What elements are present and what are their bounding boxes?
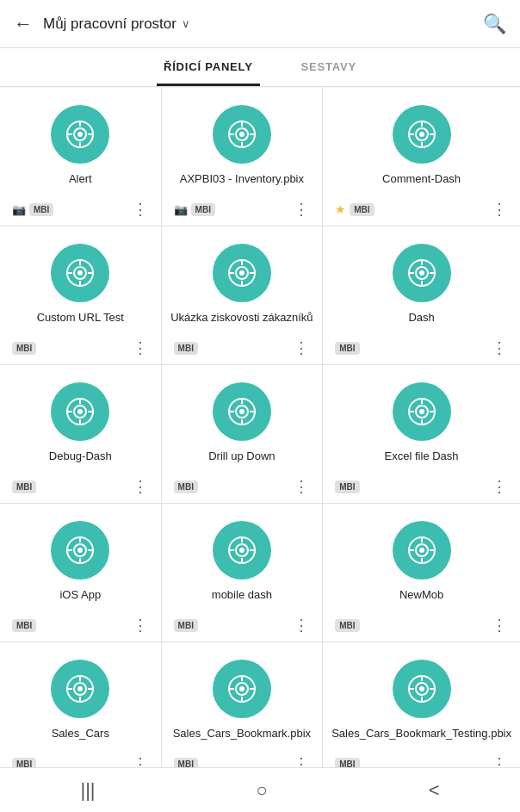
list-item[interactable]: Comment-Dash★MBI⋮ <box>323 88 520 226</box>
list-item[interactable]: Drill up DownMBI⋮ <box>162 365 323 503</box>
more-options-button[interactable]: ⋮ <box>133 340 149 356</box>
svg-point-76 <box>239 548 245 553</box>
dashboard-icon <box>51 105 109 164</box>
card-footer: MBI⋮ <box>170 340 314 356</box>
card-footer-left: MBI <box>335 619 359 632</box>
card-title: NewMob <box>399 588 443 604</box>
card-title: iOS App <box>59 588 101 604</box>
menu-icon[interactable]: ||| <box>80 779 95 802</box>
svg-point-34 <box>239 270 245 276</box>
list-item[interactable]: Excel file DashMBI⋮ <box>323 365 520 503</box>
svg-point-90 <box>77 686 83 691</box>
list-item[interactable]: DashMBI⋮ <box>323 226 520 364</box>
mbi-badge: MBI <box>335 480 359 493</box>
card-footer-left: MBI <box>335 342 359 355</box>
card-footer: ★MBI⋮ <box>331 201 511 217</box>
search-button[interactable]: 🔍 <box>483 13 506 35</box>
card-title: Custom URL Test <box>37 311 124 326</box>
card-title: Debug-Dash <box>49 449 112 465</box>
mbi-badge: MBI <box>12 619 36 632</box>
mbi-badge: MBI <box>350 203 374 216</box>
title-text: Můj pracovní prostor <box>43 15 176 33</box>
card-footer: MBI⋮ <box>9 479 152 494</box>
dashboard-icon <box>213 382 271 441</box>
mbi-badge: MBI <box>12 480 36 493</box>
card-footer-left: ★MBI <box>335 202 374 216</box>
list-item[interactable]: NewMobMBI⋮ <box>323 504 520 642</box>
more-options-button[interactable]: ⋮ <box>492 201 508 217</box>
card-footer: MBI⋮ <box>9 617 152 633</box>
back-button[interactable]: ← <box>14 13 33 35</box>
card-footer: MBI⋮ <box>170 479 314 494</box>
mbi-badge: MBI <box>12 342 36 355</box>
card-footer-left: MBI <box>174 480 198 493</box>
card-footer-left: MBI <box>12 342 36 355</box>
dashboard-icon <box>213 521 271 580</box>
more-options-button[interactable]: ⋮ <box>133 479 149 494</box>
home-icon[interactable]: ○ <box>256 779 267 802</box>
more-options-button[interactable]: ⋮ <box>492 340 508 356</box>
svg-point-20 <box>419 132 424 137</box>
chevron-down-icon[interactable]: ∨ <box>182 17 190 30</box>
dashboard-icon <box>393 660 451 718</box>
svg-point-27 <box>77 270 83 276</box>
list-item[interactable]: mobile dashMBI⋮ <box>162 504 323 642</box>
more-options-button[interactable]: ⋮ <box>294 340 310 356</box>
more-options-button[interactable]: ⋮ <box>492 479 508 494</box>
more-options-button[interactable]: ⋮ <box>294 617 310 633</box>
shared-icon: 📷 <box>12 203 26 216</box>
dashboard-icon <box>393 244 451 302</box>
card-title: Excel file Dash <box>385 449 459 465</box>
card-title: Sales_Cars <box>52 727 109 742</box>
card-title: Sales_Cars_Bookmark.pbix <box>173 727 311 742</box>
list-item[interactable]: Custom URL TestMBI⋮ <box>0 226 161 364</box>
card-footer-left: 📷MBI <box>174 203 215 216</box>
card-footer: MBI⋮ <box>331 617 511 633</box>
dashboard-icon <box>51 382 109 441</box>
svg-point-62 <box>419 409 424 414</box>
dashboard-icon <box>213 105 271 164</box>
dashboard-icon <box>393 382 451 441</box>
bottom-nav: ||| ○ < <box>0 767 520 812</box>
more-options-button[interactable]: ⋮ <box>133 201 149 217</box>
card-footer-left: MBI <box>174 342 198 355</box>
cards-grid: Alert📷MBI⋮ AXPBI03 - Inventory.pbix📷MBI⋮… <box>0 88 520 780</box>
dashboard-icon <box>51 660 109 718</box>
svg-point-48 <box>77 409 83 414</box>
svg-point-83 <box>419 548 424 553</box>
svg-point-6 <box>77 132 83 137</box>
more-options-button[interactable]: ⋮ <box>294 201 310 217</box>
more-options-button[interactable]: ⋮ <box>133 617 149 633</box>
list-item[interactable]: Sales_Cars_Bookmark_Testing.pbixMBI⋮ <box>323 642 520 780</box>
card-title: Drill up Down <box>208 449 275 465</box>
tab-dashboards[interactable]: ŘÍDICÍ PANELY <box>157 48 260 86</box>
more-options-button[interactable]: ⋮ <box>492 617 508 633</box>
list-item[interactable]: Ukázka ziskovosti zákazníkůMBI⋮ <box>162 226 323 364</box>
list-item[interactable]: Debug-DashMBI⋮ <box>0 365 161 503</box>
mbi-badge: MBI <box>191 203 215 216</box>
svg-point-55 <box>239 409 245 414</box>
back-nav-icon[interactable]: < <box>429 779 440 802</box>
card-footer: 📷MBI⋮ <box>170 201 314 217</box>
mbi-badge: MBI <box>335 619 359 632</box>
dashboard-icon <box>393 521 451 580</box>
card-title: AXPBI03 - Inventory.pbix <box>180 172 304 188</box>
svg-point-104 <box>419 686 424 691</box>
card-footer: MBI⋮ <box>331 479 511 494</box>
list-item[interactable]: iOS AppMBI⋮ <box>0 504 161 642</box>
card-title: Ukázka ziskovosti zákazníků <box>170 311 313 326</box>
list-item[interactable]: Alert📷MBI⋮ <box>0 88 161 226</box>
more-options-button[interactable]: ⋮ <box>294 479 310 494</box>
dashboard-icon <box>51 244 109 302</box>
mbi-badge: MBI <box>174 619 198 632</box>
mbi-badge: MBI <box>335 342 359 355</box>
card-footer-left: MBI <box>335 480 359 493</box>
card-title: mobile dash <box>212 588 272 604</box>
list-item[interactable]: Sales_Cars_Bookmark.pbixMBI⋮ <box>162 642 323 780</box>
card-title: Comment-Dash <box>382 172 461 188</box>
list-item[interactable]: Sales_CarsMBI⋮ <box>0 642 161 780</box>
card-footer: MBI⋮ <box>170 617 314 633</box>
card-footer: MBI⋮ <box>9 340 152 356</box>
tab-reports[interactable]: SESTAVY <box>294 48 363 86</box>
list-item[interactable]: AXPBI03 - Inventory.pbix📷MBI⋮ <box>162 88 323 226</box>
